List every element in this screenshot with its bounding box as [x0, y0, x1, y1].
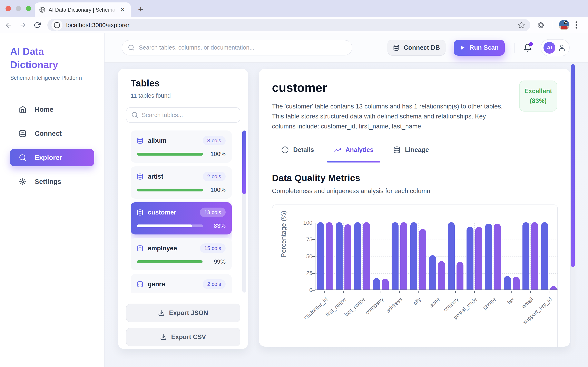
x-tick-label: email: [521, 296, 535, 310]
bar-uniqueness-last_name: [363, 222, 370, 290]
url-bar[interactable]: localhost:3000/explorer: [47, 19, 530, 31]
tab-analytics[interactable]: Analytics: [334, 143, 374, 162]
bar-completeness-country: [448, 222, 455, 290]
section-subtitle: Completeness and uniqueness analysis for…: [272, 187, 557, 195]
quality-badge: Excellent (83%): [519, 81, 557, 111]
tables-search[interactable]: [126, 107, 240, 123]
table-detail-panel: customer The 'customer' table contains 1…: [259, 69, 570, 347]
close-window-button[interactable]: [6, 6, 11, 11]
global-search[interactable]: [122, 40, 352, 55]
tab-details[interactable]: Details: [281, 143, 314, 162]
y-tick-label: 0: [309, 287, 312, 293]
site-info-icon[interactable]: [52, 20, 62, 31]
reload-button[interactable]: [31, 19, 43, 31]
back-button[interactable]: [3, 19, 14, 31]
bar-completeness-address: [392, 222, 398, 290]
bar-uniqueness-first_name: [345, 224, 351, 290]
table-name: album: [148, 137, 198, 144]
tables-list-scrollbar-thumb[interactable]: [242, 131, 246, 194]
table-list-item[interactable]: genre 2 cols: [131, 274, 232, 292]
columns-count-badge: 2 cols: [203, 172, 226, 181]
table-list-item[interactable]: customer 13 cols 83%: [131, 202, 232, 234]
quality-percent: 99%: [208, 258, 226, 265]
y-tick-label: 100: [303, 220, 312, 226]
export-csv-button[interactable]: Export CSV: [126, 328, 240, 346]
sidebar-item-label: Settings: [35, 178, 61, 185]
run-scan-button[interactable]: Run Scan: [454, 40, 505, 56]
bar-completeness-city: [410, 222, 417, 290]
table-list-item[interactable]: artist 2 cols 100%: [131, 166, 232, 199]
tables-panel-title: Tables: [131, 78, 241, 89]
bar-completeness-phone: [485, 224, 492, 290]
table-name: artist: [148, 173, 198, 180]
notifications-button[interactable]: [523, 43, 532, 52]
app-subtitle: Schema Intelligence Platform: [10, 75, 104, 81]
toolbar-divider: [552, 21, 552, 29]
database-icon: [393, 44, 399, 51]
table-title: customer: [272, 81, 506, 95]
user-menu[interactable]: AI: [541, 39, 570, 56]
browser-menu-icon[interactable]: [576, 21, 577, 29]
columns-count-badge: 2 cols: [203, 279, 226, 289]
minimize-window-button[interactable]: [16, 6, 21, 11]
bar-uniqueness-company: [382, 279, 389, 290]
bar-completeness-support_rep_id: [541, 222, 548, 290]
sidebar-item-label: Explorer: [35, 154, 62, 161]
extensions-puzzle-icon[interactable]: [537, 21, 545, 29]
sidebar-item-label: Home: [35, 106, 53, 113]
bar-completeness-state: [429, 255, 436, 290]
sidebar-item-label: Connect: [35, 130, 62, 137]
tables-count: 11 tables found: [131, 92, 241, 99]
x-tick-label: country: [442, 296, 460, 313]
table-description: The 'customer' table contains 13 columns…: [272, 101, 506, 132]
y-tick-label: 50: [306, 253, 312, 259]
zoom-window-button[interactable]: [26, 6, 31, 11]
global-search-input[interactable]: [139, 44, 346, 51]
database-icon: [137, 245, 143, 252]
tables-panel: Tables 11 tables found album 3 cols 100%…: [118, 69, 248, 349]
person-icon: [558, 44, 566, 51]
table-list-item[interactable]: album 3 cols 100%: [131, 131, 232, 163]
app-title: AI Data Dictionary: [10, 45, 84, 72]
x-tick-label: customer_id: [302, 296, 329, 321]
connect-db-button[interactable]: Connect DB: [388, 40, 445, 56]
bookmark-star-icon[interactable]: [518, 22, 525, 29]
x-tick-label: state: [428, 296, 441, 309]
bar-uniqueness-address: [400, 222, 407, 290]
bar-uniqueness-country: [457, 262, 463, 290]
sidebar-item-home[interactable]: Home: [10, 101, 94, 118]
database-icon: [137, 281, 143, 287]
bar-uniqueness-fax: [513, 277, 520, 290]
tables-search-input[interactable]: [142, 112, 235, 118]
table-name: genre: [148, 281, 198, 288]
bar-completeness-last_name: [354, 222, 361, 290]
bar-completeness-postal_code: [467, 227, 474, 290]
x-tick-label: company: [364, 296, 385, 316]
trending-up-icon: [334, 146, 341, 154]
forward-button[interactable]: [17, 19, 29, 31]
tab-lineage[interactable]: Lineage: [393, 143, 429, 162]
sidebar-item-connect[interactable]: Connect: [10, 125, 94, 142]
table-list-item[interactable]: employee 15 cols 99%: [131, 238, 232, 270]
data-quality-chart: Percentage (%) 0255075100customer_idfirs…: [272, 205, 558, 347]
bar-completeness-company: [373, 278, 380, 290]
bar-uniqueness-support_rep_id: [550, 286, 557, 290]
y-tick-label: 75: [306, 236, 312, 243]
download-icon: [160, 334, 167, 340]
export-json-button[interactable]: Export JSON: [126, 304, 240, 322]
bar-uniqueness-email: [531, 222, 538, 290]
sidebar-item-settings[interactable]: Settings: [10, 173, 94, 191]
bar-completeness-email: [522, 222, 529, 290]
home-icon: [19, 106, 26, 113]
tab-close-icon[interactable]: ✕: [119, 6, 126, 13]
bar-uniqueness-city: [419, 229, 426, 290]
chart-plot-area: 0255075100customer_idfirst_namelast_name…: [315, 223, 558, 290]
new-tab-button[interactable]: +: [135, 4, 146, 15]
browser-tab-strip: AI Data Dictionary | Schema In ✕ +: [0, 0, 588, 17]
quality-progress: [137, 153, 203, 156]
browser-profile-avatar[interactable]: [559, 20, 570, 30]
browser-tab[interactable]: AI Data Dictionary | Schema In ✕: [35, 2, 131, 17]
sidebar-item-explorer[interactable]: Explorer: [10, 149, 94, 166]
page-scrollbar-thumb[interactable]: [571, 64, 575, 267]
tables-panel-divider: [131, 298, 235, 298]
